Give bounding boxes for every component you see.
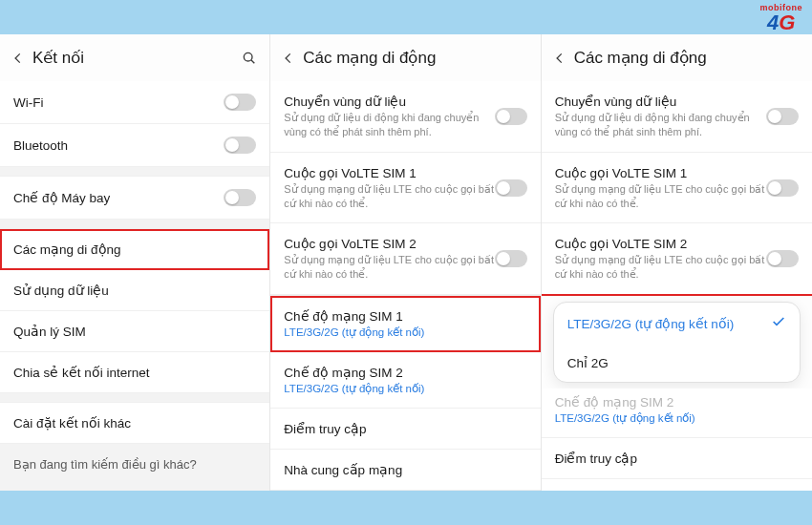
header: Các mạng di động <box>270 34 540 81</box>
wifi-toggle[interactable] <box>224 94 256 111</box>
mode2-value: LTE/3G/2G (tự động kết nối) <box>284 382 526 395</box>
row-sim-manager[interactable]: Quản lý SIM <box>0 311 269 352</box>
row-network-operators[interactable]: Nhà cung cấp mạng <box>270 450 540 491</box>
row-data-roaming[interactable]: Chuyển vùng dữ liệu Sử dụng dữ liệu di đ… <box>542 81 812 153</box>
roaming-title: Chuyển vùng dữ liệu <box>555 94 766 109</box>
apn-label: Điểm truy cập <box>555 451 799 466</box>
volte2-sub: Sử dụng mạng dữ liệu LTE cho cuộc gọi bấ… <box>284 253 494 282</box>
row-data-roaming[interactable]: Chuyển vùng dữ liệu Sử dụng dữ liệu di đ… <box>270 81 540 153</box>
header: Kết nối <box>0 34 269 81</box>
roaming-toggle[interactable] <box>766 108 799 125</box>
page-title: Các mạng di động <box>303 48 528 68</box>
page-title: Các mạng di động <box>574 48 801 68</box>
mobile-networks-label: Các mạng di động <box>13 242 256 257</box>
mode2-value: LTE/3G/2G (tự động kết nối) <box>555 411 799 425</box>
operators-label: Nhà cung cấp mạng <box>284 462 526 477</box>
airplane-toggle[interactable] <box>224 189 256 206</box>
volte1-toggle[interactable] <box>766 179 799 197</box>
back-icon[interactable] <box>280 50 297 67</box>
row-volte-sim1[interactable]: Cuộc gọi VoLTE SIM 1 Sử dụng mạng dữ liệ… <box>542 153 812 224</box>
bluetooth-label: Bluetooth <box>13 138 224 153</box>
volte1-sub: Sử dụng mạng dữ liệu LTE cho cuộc gọi bấ… <box>284 182 494 211</box>
volte2-title: Cuộc gọi VoLTE SIM 2 <box>284 236 494 251</box>
wifi-label: Wi-Fi <box>13 95 224 110</box>
header: Các mạng di động <box>542 34 812 81</box>
row-network-mode-sim2[interactable]: Chế độ mạng SIM 2 LTE/3G/2G (tự động kết… <box>542 388 812 438</box>
row-volte-sim2[interactable]: Cuộc gọi VoLTE SIM 2 Sử dụng mạng dữ liệ… <box>270 223 540 295</box>
more-label: Cài đặt kết nối khác <box>13 415 256 430</box>
logo-4g: 4G <box>760 12 803 33</box>
svg-point-0 <box>245 52 253 61</box>
divider <box>0 393 269 403</box>
roaming-title: Chuyển vùng dữ liệu <box>284 94 494 109</box>
roaming-toggle[interactable] <box>495 108 527 125</box>
page-title: Kết nối <box>32 48 241 68</box>
airplane-label: Chế độ Máy bay <box>13 190 224 205</box>
volte2-title: Cuộc gọi VoLTE SIM 2 <box>555 236 766 251</box>
panel-mobile-networks-dropdown: Các mạng di động Chuyển vùng dữ liệu Sử … <box>542 34 812 491</box>
row-volte-sim1[interactable]: Cuộc gọi VoLTE SIM 1 Sử dụng mạng dữ liệ… <box>270 153 540 224</box>
row-network-mode-sim1[interactable]: Chế độ mạng SIM 1 LTE/3G/2G (tự động kết… <box>270 296 540 352</box>
row-more-connections[interactable]: Cài đặt kết nối khác <box>0 403 269 444</box>
mode2-title: Chế độ mạng SIM 2 <box>555 394 799 410</box>
mode2-title: Chế độ mạng SIM 2 <box>284 365 526 380</box>
divider <box>0 167 269 177</box>
volte2-toggle[interactable] <box>766 250 799 267</box>
volte1-sub: Sử dụng mạng dữ liệu LTE cho cuộc gọi bấ… <box>555 182 766 211</box>
apn-label: Điểm truy cập <box>284 421 526 436</box>
row-bluetooth[interactable]: Bluetooth <box>0 124 269 167</box>
row-data-usage[interactable]: Sử dụng dữ liệu <box>0 270 269 311</box>
panel-mobile-networks: Các mạng di động Chuyển vùng dữ liệu Sử … <box>270 34 541 491</box>
volte2-sub: Sử dụng mạng dữ liệu LTE cho cuộc gọi bấ… <box>555 253 766 282</box>
network-mode-dropdown: LTE/3G/2G (tự động kết nối) Chỉ 2G <box>553 302 801 383</box>
row-tethering[interactable]: Chia sẻ kết nối internet <box>0 352 269 393</box>
row-volte-sim2[interactable]: Cuộc gọi VoLTE SIM 2 Sử dụng mạng dữ liệ… <box>542 223 812 295</box>
option-label: Chỉ 2G <box>567 355 609 370</box>
roaming-sub: Sử dụng dữ liệu di động khi đang chuyển … <box>555 111 766 139</box>
bluetooth-toggle[interactable] <box>224 136 256 154</box>
panel-connections: Kết nối Wi-Fi Bluetooth Chế độ Máy bay C… <box>0 34 270 491</box>
volte2-toggle[interactable] <box>495 250 527 267</box>
check-icon <box>771 314 786 332</box>
mode1-value: LTE/3G/2G (tự động kết nối) <box>284 326 526 339</box>
mode1-title: Chế độ mạng SIM 1 <box>284 308 526 324</box>
option-label: LTE/3G/2G (tự động kết nối) <box>567 316 735 331</box>
row-mobile-networks[interactable]: Các mạng di động <box>0 229 269 270</box>
row-network-mode-sim2[interactable]: Chế độ mạng SIM 2 LTE/3G/2G (tự động kết… <box>270 352 540 409</box>
divider <box>0 220 269 229</box>
volte1-title: Cuộc gọi VoLTE SIM 1 <box>284 165 494 180</box>
row-apn[interactable]: Điểm truy cập <box>270 409 540 450</box>
search-icon[interactable] <box>241 50 258 67</box>
row-airplane[interactable]: Chế độ Máy bay <box>0 177 269 220</box>
data-usage-label: Sử dụng dữ liệu <box>13 283 256 298</box>
tethering-label: Chia sẻ kết nối internet <box>13 365 256 380</box>
dropdown-option-selected[interactable]: LTE/3G/2G (tự động kết nối) <box>554 303 800 344</box>
volte1-title: Cuộc gọi VoLTE SIM 1 <box>555 165 766 180</box>
sim-manager-label: Quản lý SIM <box>13 324 256 339</box>
network-mode-dropdown-highlight: LTE/3G/2G (tự động kết nối) Chỉ 2G <box>542 296 812 388</box>
footer-hint: Bạn đang tìm kiếm điều gì khác? <box>0 444 269 491</box>
row-apn[interactable]: Điểm truy cập <box>542 438 812 479</box>
dropdown-option-2g[interactable]: Chỉ 2G <box>554 344 800 382</box>
row-network-operators[interactable]: Nhà cung cấp mạng <box>542 479 812 491</box>
back-icon[interactable] <box>551 50 568 67</box>
roaming-sub: Sử dụng dữ liệu di động khi đang chuyển … <box>284 111 494 139</box>
back-icon[interactable] <box>10 50 27 67</box>
row-wifi[interactable]: Wi-Fi <box>0 81 269 124</box>
svg-line-1 <box>251 60 254 63</box>
volte1-toggle[interactable] <box>495 179 527 197</box>
